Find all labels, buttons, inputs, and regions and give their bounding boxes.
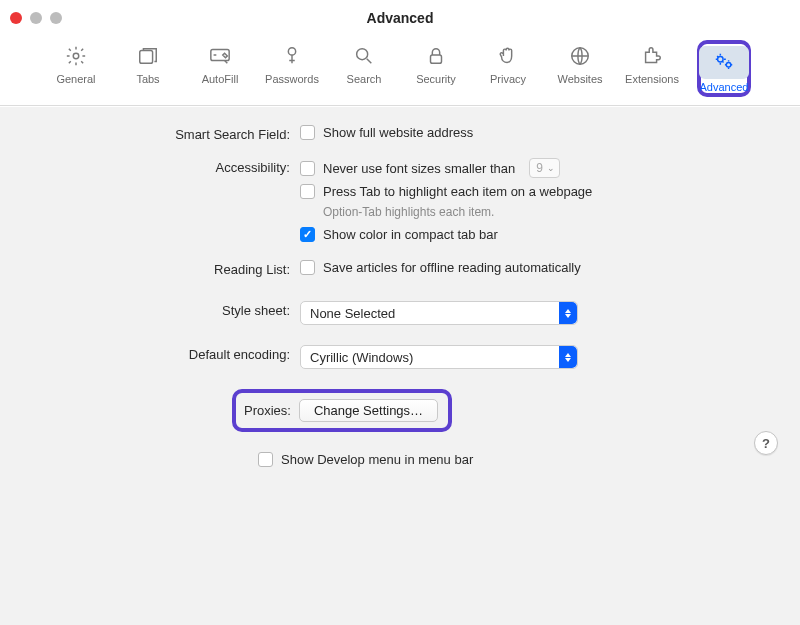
tab-label: AutoFill (202, 73, 239, 85)
encoding-select[interactable]: Cyrillic (Windows) (300, 345, 578, 369)
svg-point-0 (73, 53, 79, 59)
chevron-down-icon: ⌄ (547, 163, 555, 173)
show-full-address-text: Show full website address (323, 125, 473, 140)
offline-reading-text: Save articles for offline reading automa… (323, 260, 581, 275)
tab-label: Security (416, 73, 456, 85)
puzzle-icon (637, 44, 667, 68)
maximize-window-button[interactable] (50, 12, 62, 24)
tab-label: Passwords (265, 73, 319, 85)
min-font-checkbox[interactable] (300, 161, 315, 176)
offline-reading-checkbox[interactable] (300, 260, 315, 275)
accessibility-label: Accessibility: (0, 158, 300, 175)
search-icon (349, 44, 379, 68)
select-stepper-icon (559, 302, 577, 324)
show-full-address-checkbox[interactable] (300, 125, 315, 140)
hand-icon (493, 44, 523, 68)
svg-point-8 (726, 62, 731, 67)
help-button[interactable]: ? (754, 431, 778, 455)
autofill-icon (205, 44, 235, 68)
tab-tabs[interactable]: Tabs (121, 40, 175, 97)
gears-icon (709, 50, 739, 74)
press-tab-checkbox[interactable] (300, 184, 315, 199)
develop-menu-text: Show Develop menu in menu bar (281, 452, 473, 467)
min-font-select[interactable]: 9 ⌄ (529, 158, 560, 178)
style-sheet-value: None Selected (310, 306, 395, 321)
tab-autofill[interactable]: AutoFill (193, 40, 247, 97)
svg-point-3 (288, 48, 295, 55)
preferences-toolbar: General Tabs AutoFill Passwords Search S… (0, 36, 800, 106)
key-icon (277, 44, 307, 68)
tab-extensions[interactable]: Extensions (625, 40, 679, 97)
tab-label: General (56, 73, 95, 85)
press-tab-text: Press Tab to highlight each item on a we… (323, 184, 592, 199)
globe-icon (565, 44, 595, 68)
compact-color-checkbox[interactable] (300, 227, 315, 242)
svg-rect-1 (140, 51, 153, 64)
compact-color-text: Show color in compact tab bar (323, 227, 498, 242)
tab-websites[interactable]: Websites (553, 40, 607, 97)
tab-label: Search (347, 73, 382, 85)
encoding-label: Default encoding: (0, 345, 300, 362)
tab-privacy[interactable]: Privacy (481, 40, 535, 97)
tab-passwords[interactable]: Passwords (265, 40, 319, 97)
preferences-pane: Smart Search Field: Show full website ad… (0, 106, 800, 625)
style-sheet-select[interactable]: None Selected (300, 301, 578, 325)
tabs-icon (133, 44, 163, 68)
smart-search-label: Smart Search Field: (0, 125, 300, 142)
reading-list-label: Reading List: (0, 260, 300, 277)
gear-icon (61, 44, 91, 68)
tab-search[interactable]: Search (337, 40, 391, 97)
change-settings-button[interactable]: Change Settings… (299, 399, 438, 422)
min-font-value: 9 (536, 161, 543, 175)
tab-general[interactable]: General (49, 40, 103, 97)
develop-menu-checkbox[interactable] (258, 452, 273, 467)
proxies-highlight: Proxies: Change Settings… (232, 389, 452, 432)
tab-label: Extensions (625, 73, 679, 85)
proxies-label: Proxies: (236, 403, 291, 418)
encoding-value: Cyrillic (Windows) (310, 350, 413, 365)
close-window-button[interactable] (10, 12, 22, 24)
select-stepper-icon (559, 346, 577, 368)
minimize-window-button[interactable] (30, 12, 42, 24)
tab-label: Tabs (136, 73, 159, 85)
style-sheet-label: Style sheet: (0, 301, 300, 318)
window-controls (0, 12, 62, 24)
tab-security[interactable]: Security (409, 40, 463, 97)
tab-advanced[interactable]: Advanced (697, 40, 751, 97)
window-title: Advanced (367, 10, 434, 26)
lock-icon (421, 44, 451, 68)
press-tab-hint: Option-Tab highlights each item. (323, 205, 800, 219)
tab-label: Websites (557, 73, 602, 85)
window-titlebar: Advanced (0, 0, 800, 36)
min-font-text: Never use font sizes smaller than (323, 161, 515, 176)
tab-label: Privacy (490, 73, 526, 85)
svg-point-4 (357, 49, 368, 60)
svg-rect-5 (431, 55, 442, 63)
tab-label: Advanced (700, 81, 749, 93)
